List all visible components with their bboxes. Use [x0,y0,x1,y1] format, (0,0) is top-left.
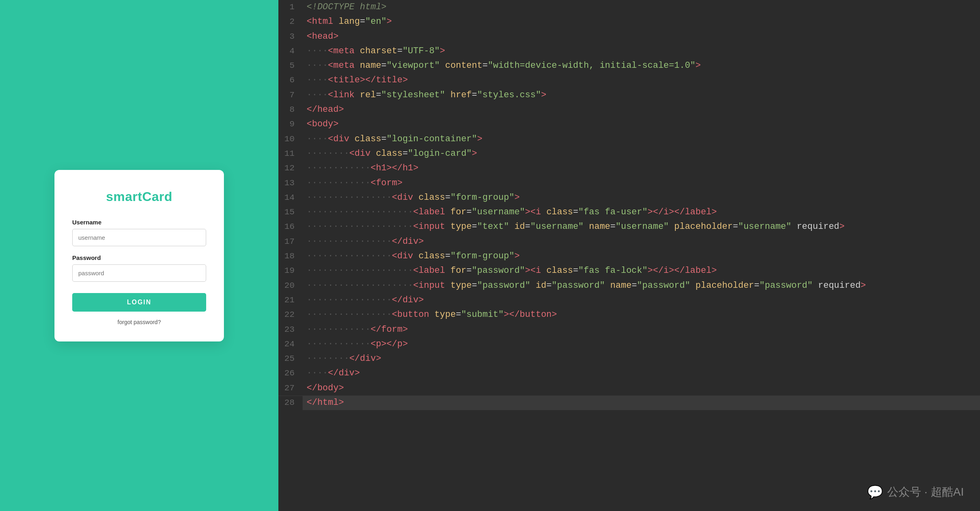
line-number: 23 [278,323,303,337]
line-content: ····················<label for="password… [303,264,980,278]
password-label: Password [72,254,206,261]
line-number: 25 [278,352,303,366]
line-number: 4 [278,44,303,59]
line-content: ············<p></p> [303,337,980,352]
forgot-password-link[interactable]: forgot password? [72,319,206,325]
line-number: 5 [278,59,303,73]
line-content: </html> [303,396,980,410]
line-content: ················<button type="submit"></… [303,308,980,322]
line-number: 18 [278,249,303,264]
line-number: 12 [278,161,303,176]
right-panel: 1<!DOCTYPE html>2<html lang="en">3<head>… [278,0,980,511]
line-content: ····<meta charset="UTF-8"> [303,44,980,59]
code-line: 12············<h1></h1> [278,161,980,176]
password-group: Password [72,254,206,282]
code-line: 11········<div class="login-card"> [278,147,980,161]
line-content: ············<h1></h1> [303,161,980,176]
line-number: 28 [278,396,303,410]
line-number: 22 [278,308,303,322]
code-line: 15····················<label for="userna… [278,205,980,220]
line-content: </body> [303,381,980,396]
code-line: 10····<div class="login-container"> [278,132,980,147]
code-line: 9<body> [278,117,980,132]
code-line: 6····<title></title> [278,73,980,88]
line-content: ····<meta name="viewport" content="width… [303,59,980,73]
line-content: ············</form> [303,323,980,337]
code-line: 5····<meta name="viewport" content="widt… [278,59,980,73]
line-content: ····<link rel="stylesheet" href="styles.… [303,88,980,103]
watermark: 💬 公众号 · 超酷AI [867,484,964,500]
code-line: 4····<meta charset="UTF-8"> [278,44,980,59]
line-content: ················<div class="form-group"> [303,249,980,264]
code-line: 20····················<input type="passw… [278,279,980,293]
line-number: 13 [278,176,303,191]
line-content: ················</div> [303,293,980,308]
code-line: 22················<button type="submit">… [278,308,980,322]
code-line: 18················<div class="form-group… [278,249,980,264]
username-input[interactable] [72,229,206,246]
line-content: ····<title></title> [303,73,980,88]
line-content: ········<div class="login-card"> [303,147,980,161]
line-content: ············<form> [303,176,980,191]
code-line: 1<!DOCTYPE html> [278,0,980,15]
line-content: ····················<label for="username… [303,205,980,220]
line-number: 20 [278,279,303,293]
password-input[interactable] [72,264,206,282]
code-line: 25········</div> [278,352,980,366]
line-number: 8 [278,103,303,117]
code-line: 23············</form> [278,323,980,337]
code-line: 13············<form> [278,176,980,191]
line-content: <!DOCTYPE html> [303,0,980,15]
line-number: 3 [278,30,303,44]
line-content: </head> [303,103,980,117]
line-number: 21 [278,293,303,308]
code-line: 17················</div> [278,235,980,249]
code-line: 28</html> [278,396,980,410]
left-panel: smartCard Username Password LOGIN forgot… [0,0,278,511]
line-number: 9 [278,117,303,132]
code-line: 14················<div class="form-group… [278,191,980,205]
code-line: 2<html lang="en"> [278,15,980,29]
code-editor: 1<!DOCTYPE html>2<html lang="en">3<head>… [278,0,980,511]
code-line: 8</head> [278,103,980,117]
line-content: ················</div> [303,235,980,249]
code-line: 3<head> [278,29,980,44]
code-line: 7····<link rel="stylesheet" href="styles… [278,88,980,103]
line-number: 6 [278,73,303,88]
line-content: ················<div class="form-group"> [303,191,980,205]
line-content: <head> [303,29,980,44]
login-button[interactable]: LOGIN [72,293,206,312]
line-content: ····</div> [303,366,980,381]
line-number: 26 [278,366,303,381]
line-content: ········</div> [303,352,980,366]
line-number: 17 [278,235,303,249]
line-content: ····<div class="login-container"> [303,132,980,147]
code-line: 19····················<label for="passwo… [278,264,980,278]
code-line: 27</body> [278,381,980,396]
line-content: <html lang="en"> [303,15,980,29]
username-label: Username [72,219,206,226]
app-title: smartCard [72,189,206,204]
line-number: 10 [278,132,303,147]
line-number: 1 [278,0,303,15]
line-number: 16 [278,220,303,234]
username-group: Username [72,219,206,246]
code-line: 16····················<input type="text"… [278,220,980,234]
line-content: ····················<input type="passwor… [303,279,980,293]
line-content: ····················<input type="text" i… [303,220,980,234]
line-number: 24 [278,337,303,352]
code-line: 24············<p></p> [278,337,980,352]
watermark-text: 公众号 · 超酷AI [887,484,964,500]
line-number: 15 [278,205,303,220]
line-number: 19 [278,264,303,278]
wechat-icon: 💬 [867,484,883,500]
login-card: smartCard Username Password LOGIN forgot… [54,170,224,341]
code-line: 26····</div> [278,366,980,381]
line-number: 14 [278,191,303,205]
code-line: 21················</div> [278,293,980,308]
line-number: 2 [278,15,303,29]
line-number: 27 [278,381,303,396]
line-number: 11 [278,147,303,161]
line-content: <body> [303,117,980,132]
line-number: 7 [278,88,303,103]
